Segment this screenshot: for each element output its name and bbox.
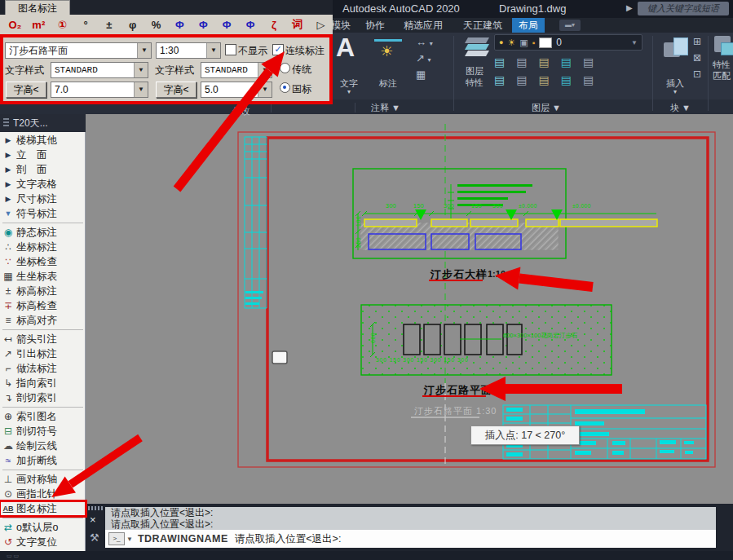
hide-checkbox[interactable] — [225, 44, 236, 55]
layer-properties-label2[interactable]: 特性 — [457, 77, 492, 89]
sidebar-item-elevation-align[interactable]: ≡标高对齐 — [0, 313, 86, 328]
sidebar-item-coordinate-annotation[interactable]: ∴坐标标注 — [0, 240, 86, 254]
text-style2-combo[interactable]: STANDARD▼ — [201, 62, 272, 78]
sidebar-item-section-symbol[interactable]: ⊟剖切符号 — [0, 424, 86, 439]
sidebar-item-pointing-index[interactable]: ↳指向索引 — [0, 376, 86, 390]
symbol-button-7[interactable]: % — [144, 19, 168, 31]
sidebar-item-static-annotation[interactable]: ◉静态标注 — [0, 225, 86, 240]
search-input[interactable]: 键入关键字或短语 — [638, 2, 729, 15]
national-standard-radio-label[interactable]: 国标 — [292, 82, 311, 96]
text-tool-icon[interactable]: A — [336, 33, 355, 63]
wrench-icon[interactable]: ⚒ — [90, 531, 99, 544]
sidebar-item-break-line[interactable]: ≈加折断线 — [0, 453, 86, 468]
sidebar-item-text-reset[interactable]: ↺文字复位 — [0, 535, 86, 549]
dimension-tool-icon[interactable]: ☀ — [373, 39, 403, 60]
chevron-down-icon[interactable]: ▼ — [126, 536, 133, 543]
block-panel-footer[interactable]: 块 ▼ — [670, 102, 691, 114]
layer-tool-icon[interactable]: ▤ — [538, 73, 549, 86]
hide-checkbox-label[interactable]: 不显示 — [238, 44, 267, 58]
layer-properties-icon[interactable] — [465, 51, 489, 56]
dimension-tool-label[interactable]: 标注 — [369, 77, 408, 90]
layer-tool-icon[interactable]: ▤ — [561, 55, 572, 68]
sidebar-item-dimension[interactable]: ▶尺寸标注 — [0, 192, 86, 206]
scale-height-button[interactable]: 字高< — [156, 82, 196, 98]
linear-dim-icon[interactable]: ↔ ▾ — [416, 36, 433, 48]
annotate-panel-footer[interactable]: 注释 ▼ — [371, 102, 400, 114]
ribbon-options-icon[interactable]: ▬▾ — [559, 20, 581, 31]
ribbon-tab-4[interactable]: 天正建筑 — [457, 18, 509, 33]
grip-handle-icon[interactable] — [3, 118, 9, 128]
layer-tool-icon[interactable]: ▤ — [583, 55, 594, 68]
sidebar-item-drawing-name-annotation[interactable]: AB图名标注 — [0, 501, 86, 516]
layer-tool-icon[interactable]: ▤ — [494, 55, 505, 68]
match-properties-label[interactable]: 特性 — [713, 59, 733, 71]
layer-properties-icon[interactable] — [465, 37, 489, 43]
layer-tool-icon[interactable]: ▤ — [494, 73, 505, 86]
drawing-canvas[interactable]: 300150300150300 ±0.000 ±0.000 100 250 汀步… — [86, 114, 733, 504]
layer-tool-icon[interactable]: ▤ — [538, 55, 549, 68]
sidebar-item-coordinate-check[interactable]: ∵坐标检查 — [0, 254, 86, 269]
symbol-button-8[interactable]: Φ — [168, 19, 192, 31]
ribbon-tab-3[interactable]: 精选应用 — [397, 18, 449, 33]
layer-properties-icon[interactable] — [465, 44, 489, 50]
sidebar-item-elevation-check[interactable]: ∓标高检查 — [0, 298, 86, 313]
insert-block-icon[interactable] — [664, 37, 688, 59]
symbol-button-4[interactable]: ° — [74, 19, 98, 31]
symbol-button-11[interactable]: Φ — [239, 19, 263, 31]
layer-tool-icon[interactable]: ▤ — [583, 73, 594, 86]
search-expand-icon[interactable]: ▶ — [626, 3, 633, 12]
symbol-button-5[interactable]: ± — [97, 19, 121, 31]
symbol-button-6[interactable]: φ — [121, 19, 144, 31]
command-input-row[interactable]: >_ ▼ TDRAWINGNAME 请点取插入位置<退出>: — [105, 530, 716, 548]
symbol-button-3[interactable]: ① — [51, 19, 74, 31]
block-attr-icon[interactable]: ⊠ — [693, 52, 701, 64]
palette-header[interactable]: T20天... — [0, 114, 86, 132]
text-style-combo[interactable]: STANDARD▼ — [51, 62, 148, 78]
sidebar-item-elevation[interactable]: ▶立 面 — [0, 148, 86, 162]
sidebar-item-section-index[interactable]: ↴剖切索引 — [0, 390, 86, 405]
block-edit-icon[interactable]: ⊞ — [693, 36, 701, 47]
national-standard-radio[interactable] — [280, 82, 290, 93]
block-define-icon[interactable]: ⊡ — [693, 68, 701, 80]
sidebar-item-symbol-annotation[interactable]: ▼符号标注 — [0, 206, 86, 221]
leader-icon[interactable]: ↗ ▾ — [416, 52, 431, 64]
insert-caret[interactable]: ▾ — [657, 88, 693, 95]
ribbon-tab-5[interactable]: 布局 — [512, 18, 545, 33]
symbol-button-9[interactable]: Φ — [192, 19, 215, 31]
sidebar-item-stairs-other[interactable]: ▶楼梯其他 — [0, 133, 86, 148]
table-icon[interactable]: ▦ — [416, 68, 426, 81]
symbol-button-14[interactable]: ▷ — [309, 19, 333, 31]
traditional-radio[interactable] — [280, 63, 290, 73]
symbol-button-10[interactable]: Φ — [215, 19, 239, 31]
symbol-button-13[interactable]: 词 — [285, 17, 309, 32]
layer-properties-label[interactable]: 图层 — [457, 65, 492, 77]
sidebar-item-arrow-leader[interactable]: ↤箭头引注 — [0, 332, 86, 346]
sidebar-item-section[interactable]: ▶剖 面 — [0, 162, 86, 177]
text-height-combo[interactable]: 7.0▼ — [51, 82, 148, 98]
scale-height-combo[interactable]: 5.0▼ — [201, 82, 272, 98]
layer-tool-icon[interactable]: ▤ — [516, 73, 527, 86]
layer-tool-icon[interactable]: ▤ — [516, 55, 527, 68]
drawing-name-combo[interactable]: 汀步石路平面▼ — [5, 42, 152, 59]
sidebar-item-default-layer[interactable]: ⇄o默认层o — [0, 520, 86, 535]
text-tool-caret[interactable]: ▾ — [331, 88, 367, 95]
sidebar-item-index-drawing-name[interactable]: ⊕索引图名 — [0, 409, 86, 424]
dialog-tab[interactable]: 图名标注 — [5, 0, 70, 15]
sidebar-item-leader-annotation[interactable]: ↗引出标注 — [0, 346, 86, 361]
match-properties-label2[interactable]: 匹配 — [713, 70, 733, 82]
sidebar-item-coordinate-table[interactable]: ▦生坐标表 — [0, 269, 86, 284]
sidebar-item-symmetry-axis[interactable]: ⊥画对称轴 — [0, 472, 86, 487]
sidebar-item-text-table[interactable]: ▶文字表格 — [0, 177, 86, 192]
symbol-button-1[interactable]: O₂ — [3, 19, 27, 31]
scale-combo[interactable]: 1:30▼ — [156, 42, 221, 59]
close-icon[interactable]: × — [90, 514, 96, 526]
sidebar-item-north-arrow[interactable]: ⊙画指北针 — [0, 487, 86, 501]
continuous-checkbox-label[interactable]: 连续标注 — [285, 44, 325, 58]
text-height-button[interactable]: 字高< — [6, 82, 46, 98]
sidebar-item-revision-cloud[interactable]: ☁绘制云线 — [0, 439, 86, 453]
command-prompt-icon[interactable]: >_ — [108, 532, 125, 545]
ribbon-tab-2[interactable]: 协作 — [359, 18, 391, 33]
layer-panel-footer[interactable]: 图层 ▼ — [532, 102, 561, 114]
continuous-checkbox[interactable]: ✓ — [272, 44, 284, 55]
sidebar-item-elevation-annotation[interactable]: ±标高标注 — [0, 284, 86, 298]
